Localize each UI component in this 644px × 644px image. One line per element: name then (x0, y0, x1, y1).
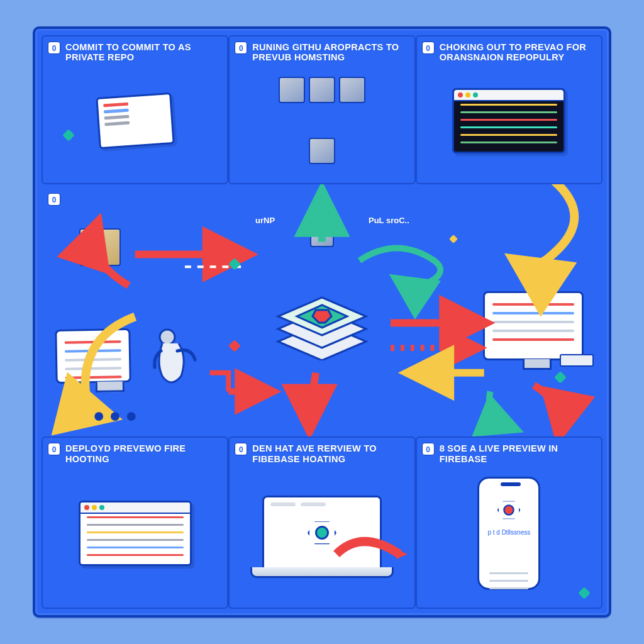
bottom-row: 0 Deployd prevewo Fire hooting 0 Den hat… (42, 436, 602, 609)
caption-bottom-left: Deployd prevewo Fire hooting (65, 443, 222, 464)
stack-hub-icon (265, 272, 379, 363)
caption-top-left: Commit to commit to as private repo (65, 42, 222, 62)
step-badge: 0 (422, 42, 435, 54)
laptop-icon (233, 463, 410, 604)
monitor-icon (483, 291, 584, 360)
top-row: 0 Commit to commit to as private repo 0 … (42, 35, 602, 184)
step-badge: 0 (48, 42, 60, 54)
desktop-icon (55, 329, 131, 383)
caption-bottom-center: Den hat ave rerview to Fibebase hoating (252, 443, 409, 464)
cube-icon (310, 226, 334, 247)
label-urnp: urNP (255, 216, 275, 225)
panel-top-right: 0 Choking out to prevao for oransnaion r… (416, 35, 602, 184)
center-area: 0 ◆ (42, 184, 602, 436)
arrow-right-icon (333, 535, 409, 573)
svg-point-6 (94, 412, 103, 421)
terminal-icon (421, 62, 597, 179)
step-badge: 0 (48, 443, 60, 455)
caption-bottom-right: 8 Soe a live preview in Firebase (440, 443, 596, 464)
sparkle-icon (228, 258, 241, 270)
label-pulsroc: PuL sroC.. (369, 216, 409, 225)
caption-top-center: Runing githu aropracts to preVub homstin… (252, 42, 409, 62)
caption-top-right: Choking out to prevao for oransnaion rep… (440, 42, 596, 62)
svg-point-7 (111, 412, 119, 421)
panel-bottom-left: 0 Deployd prevewo Fire hooting (42, 436, 228, 609)
phone-subtext: p t d Dtllssness (484, 529, 533, 536)
svg-point-8 (127, 412, 136, 421)
package-stack-icon (275, 62, 369, 179)
step-badge: 0 (422, 443, 435, 455)
step-badge: 0 (235, 42, 247, 54)
panel-bottom-center: 0 Den hat ave rerview to Fibebase hoatin… (228, 436, 415, 609)
panel-top-left: 0 Commit to commit to as private repo (42, 35, 228, 184)
sparkle-icon (228, 340, 241, 352)
panel-top-center: 0 Runing githu aropracts to preVub homst… (228, 35, 415, 184)
panel-bottom-right: 0 8 Soe a live preview in Firebase p t d… (416, 436, 602, 609)
svg-point-0 (160, 330, 175, 345)
browser-tilt-icon (47, 62, 223, 179)
step-badge: 0 (235, 443, 247, 455)
sparkle-icon (554, 371, 567, 384)
code-window-icon (47, 463, 223, 604)
sparkle-icon (449, 235, 458, 243)
character-icon (148, 326, 199, 391)
diagram-board: 0 Commit to commit to as private repo 0 … (33, 26, 611, 618)
step-badge: 0 (48, 193, 60, 206)
phone-preview-icon: p t d Dtllssness (421, 463, 597, 604)
package-icon: ◆ (79, 228, 121, 266)
